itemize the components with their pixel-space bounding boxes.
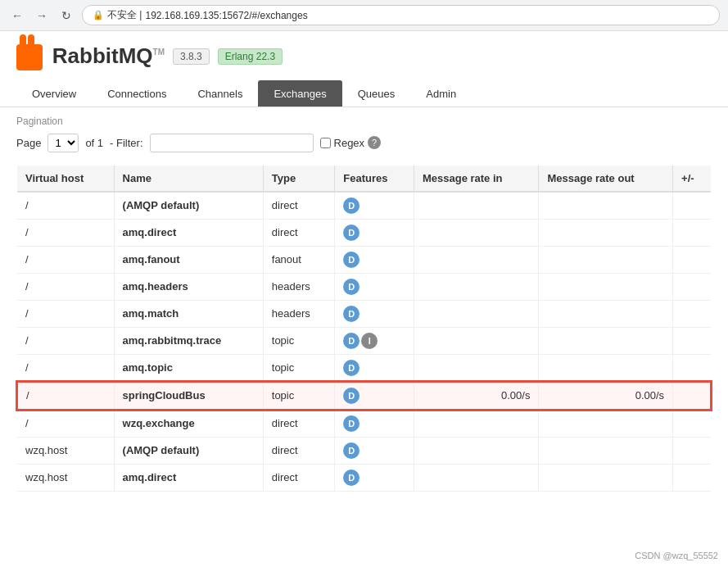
cell-virtual-host: /: [17, 219, 114, 246]
cell-type: topic: [263, 382, 334, 410]
cell-virtual-host: /: [17, 327, 114, 354]
back-button[interactable]: ←: [8, 7, 26, 25]
cell-features: D: [335, 300, 414, 327]
cell-type: topic: [263, 327, 334, 354]
cell-type: direct: [263, 464, 334, 491]
filter-row: Page 1 of 1 - Filter: Regex ?: [16, 134, 712, 152]
filter-input[interactable]: [150, 134, 314, 152]
cell-plus-minus: [673, 410, 711, 438]
cell-name[interactable]: amq.direct: [114, 464, 263, 491]
cell-features: DI: [335, 327, 414, 354]
col-virtual-host: Virtual host: [17, 166, 114, 192]
version-badge: 3.8.3: [173, 48, 210, 65]
cell-type: direct: [263, 219, 334, 246]
cell-name[interactable]: amq.fanout: [114, 246, 263, 273]
cell-rate-out: [539, 464, 673, 491]
cell-virtual-host: wzq.host: [17, 464, 114, 491]
help-badge[interactable]: ?: [368, 136, 381, 149]
cell-virtual-host: /: [17, 246, 114, 273]
page-label: Page: [16, 137, 41, 149]
table-row[interactable]: /amq.fanoutfanoutD: [17, 246, 711, 273]
cell-virtual-host: /: [17, 273, 114, 300]
cell-rate-in: [414, 464, 538, 491]
cell-virtual-host: /: [17, 382, 114, 410]
tab-queues[interactable]: Queues: [342, 80, 411, 107]
cell-virtual-host: /: [17, 300, 114, 327]
cell-name[interactable]: amq.headers: [114, 273, 263, 300]
table-header-row: Virtual host Name Type Features Message …: [17, 166, 711, 192]
cell-plus-minus: [673, 327, 711, 354]
col-rate-out: Message rate out: [539, 166, 673, 192]
cell-plus-minus: [673, 354, 711, 382]
col-plus-minus[interactable]: +/-: [673, 166, 711, 192]
cell-plus-minus: [673, 273, 711, 300]
cell-rate-in: [414, 273, 538, 300]
erlang-badge: Erlang 22.3: [218, 48, 283, 65]
col-name: Name: [114, 166, 263, 192]
table-row[interactable]: /amq.topictopicD: [17, 354, 711, 382]
cell-rate-out: [539, 192, 673, 220]
tab-exchanges[interactable]: Exchanges: [258, 80, 341, 107]
table-row[interactable]: /(AMQP default)directD: [17, 192, 711, 220]
table-row[interactable]: wzq.hostamq.directdirectD: [17, 464, 711, 491]
cell-name[interactable]: springCloudBus: [114, 382, 263, 410]
cell-plus-minus: [673, 246, 711, 273]
cell-rate-in: [414, 354, 538, 382]
exchanges-table: Virtual host Name Type Features Message …: [16, 166, 712, 492]
rabbit-icon: [16, 44, 43, 70]
table-row[interactable]: /amq.matchheadersD: [17, 300, 711, 327]
cell-rate-in: 0.00/s: [414, 382, 538, 410]
forward-button[interactable]: →: [33, 7, 51, 25]
app-header: RabbitMQTM 3.8.3 Erlang 22.3 Overview Co…: [0, 31, 728, 107]
cell-rate-out: [539, 246, 673, 273]
url-text: 192.168.169.135:15672/#/exchanges: [145, 10, 307, 21]
cell-type: fanout: [263, 246, 334, 273]
cell-name[interactable]: amq.direct: [114, 219, 263, 246]
cell-virtual-host: /: [17, 354, 114, 382]
cell-rate-out: [539, 354, 673, 382]
regex-checkbox[interactable]: [320, 138, 331, 148]
cell-plus-minus: [673, 382, 711, 410]
logo-area: RabbitMQTM 3.8.3 Erlang 22.3: [16, 43, 712, 70]
cell-name[interactable]: (AMQP default): [114, 437, 263, 464]
col-features: Features: [335, 166, 414, 192]
cell-virtual-host: wzq.host: [17, 437, 114, 464]
table-row[interactable]: /springCloudBustopicD0.00/s0.00/s: [17, 382, 711, 410]
cell-features: D: [335, 464, 414, 491]
cell-type: direct: [263, 192, 334, 220]
cell-rate-in: [414, 437, 538, 464]
tab-admin[interactable]: Admin: [410, 80, 472, 107]
regex-label: Regex: [334, 137, 365, 149]
regex-container: Regex ?: [320, 136, 382, 149]
cell-type: headers: [263, 300, 334, 327]
browser-bar: ← → ↻ 🔒 不安全 | 192.168.169.135:15672/#/ex…: [0, 0, 728, 31]
cell-plus-minus: [673, 300, 711, 327]
tab-channels[interactable]: Channels: [182, 80, 258, 107]
table-row[interactable]: /amq.rabbitmq.tracetopicDI: [17, 327, 711, 354]
table-row[interactable]: /amq.headersheadersD: [17, 273, 711, 300]
nav-tabs: Overview Connections Channels Exchanges …: [16, 80, 712, 107]
cell-type: headers: [263, 273, 334, 300]
cell-rate-out: [539, 410, 673, 438]
content-area: Pagination Page 1 of 1 - Filter: Regex ?…: [0, 107, 728, 500]
cell-features: D: [335, 382, 414, 410]
table-row[interactable]: /wzq.exchangedirectD: [17, 410, 711, 438]
cell-name[interactable]: amq.topic: [114, 354, 263, 382]
of-label: of 1: [85, 137, 103, 149]
cell-name[interactable]: (AMQP default): [114, 192, 263, 220]
page-select[interactable]: 1: [47, 134, 79, 152]
reload-button[interactable]: ↻: [57, 7, 75, 25]
table-row[interactable]: /amq.directdirectD: [17, 219, 711, 246]
cell-name[interactable]: wzq.exchange: [114, 410, 263, 438]
table-row[interactable]: wzq.host(AMQP default)directD: [17, 437, 711, 464]
address-bar[interactable]: 🔒 不安全 | 192.168.169.135:15672/#/exchange…: [82, 5, 720, 25]
col-type: Type: [263, 166, 334, 192]
cell-name[interactable]: amq.rabbitmq.trace: [114, 327, 263, 354]
cell-virtual-host: /: [17, 410, 114, 438]
tab-overview[interactable]: Overview: [16, 80, 92, 107]
cell-features: D: [335, 354, 414, 382]
cell-name[interactable]: amq.match: [114, 300, 263, 327]
cell-virtual-host: /: [17, 192, 114, 220]
tab-connections[interactable]: Connections: [92, 80, 182, 107]
cell-rate-in: [414, 219, 538, 246]
